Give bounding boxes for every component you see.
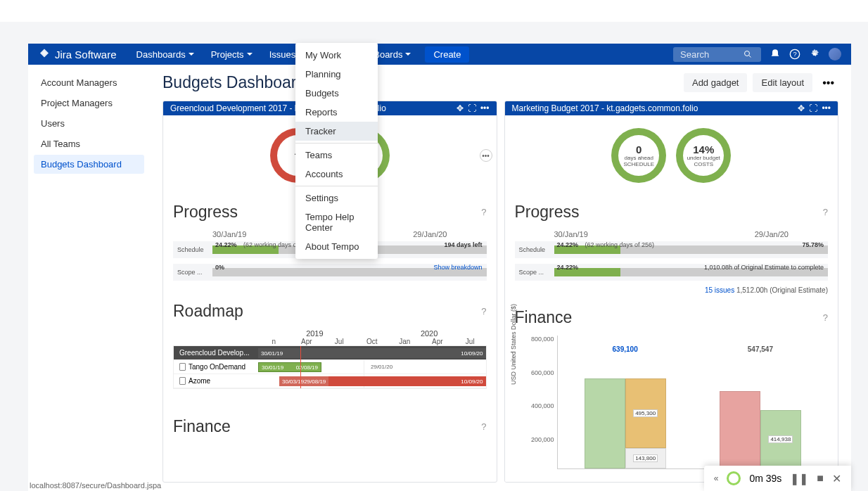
dd-budgets[interactable]: Budgets [295,84,378,103]
issues-link[interactable]: 15 issues [705,286,734,294]
progress-heading: Progress [515,203,580,222]
add-gadget-button[interactable]: Add gadget [684,73,748,92]
settings-icon[interactable] [809,49,820,60]
logo-text: Jira Software [55,49,117,60]
dd-settings[interactable]: Settings [295,189,378,208]
date-from: 30/Jan/19 [212,230,246,238]
dd-planning[interactable]: Planning [295,65,378,84]
jira-icon [38,48,51,60]
sidebar-users[interactable]: Users [34,114,144,133]
timer-text: 0m 39s [749,473,781,484]
finance-heading: Finance [173,417,231,436]
user-avatar[interactable] [829,48,841,60]
create-button[interactable]: Create [425,46,469,63]
dd-tracker[interactable]: Tracker [295,122,378,141]
dd-accounts[interactable]: Accounts [295,165,378,184]
dd-help[interactable]: Tempo Help Center [295,208,378,237]
status-bar: localhost:8087/secure/Dashboard.jspa [30,481,161,490]
help-icon[interactable]: ? [823,312,828,323]
sidebar-budgets-dashboard[interactable]: Budgets Dashboard [34,155,144,174]
rm-year: 2020 [372,329,487,338]
more-icon[interactable]: ••• [480,103,490,113]
help-icon[interactable]: ? [789,49,800,60]
help-icon[interactable]: ? [823,207,828,217]
sidebar-project-managers[interactable]: Project Managers [34,94,144,113]
rm-row-name: Azome [189,377,210,385]
collapse-icon[interactable]: « [714,473,719,483]
document-icon [179,377,186,385]
edit-layout-button[interactable]: Edit layout [753,73,812,92]
help-icon[interactable]: ? [481,306,486,317]
svg-text:?: ? [793,51,796,58]
dd-my-work[interactable]: My Work [295,46,378,65]
pause-icon[interactable]: ❚❚ [790,472,808,485]
page-title: Budgets Dashboard [162,73,305,92]
search-icon [743,50,752,58]
dd-teams[interactable]: Teams [295,146,378,165]
donut-schedule: 0 days aheadSCHEDULE [611,128,666,183]
sidebar: Account Managers Project Managers Users … [28,65,150,491]
nav-dashboards[interactable]: Dashboards [128,44,203,65]
notifications-icon[interactable] [770,49,781,60]
timer-ring-icon [727,471,741,485]
dd-about[interactable]: About Tempo [295,237,378,256]
roadmap: Greencloud Develop... 30/01/1910/09/20 T… [173,345,487,389]
help-icon[interactable]: ? [481,207,486,217]
jira-logo[interactable]: Jira Software [38,48,117,60]
roadmap-heading: Roadmap [173,302,243,321]
dd-reports[interactable]: Reports [295,103,378,122]
schedule-label: Schedule [173,246,212,253]
schedule-right: 194 days left [444,241,482,248]
top-nav: Jira Software Dashboards Projects Issues… [28,44,851,65]
rm-year: 2019 [257,329,372,338]
donut-more-icon[interactable]: ••• [480,149,492,162]
stop-icon[interactable]: ■ [817,472,824,485]
nav-projects[interactable]: Projects [203,44,261,65]
search-box[interactable] [673,47,761,62]
donut-costs: 14% under budgetCOSTS [676,128,731,183]
move-icon[interactable]: ✥ [798,103,805,113]
rm-row-name: Tango OnDemand [189,363,245,371]
sidebar-all-teams[interactable]: All Teams [34,134,144,153]
page-more-icon[interactable]: ••• [818,74,838,92]
gadget-title: Marketing Budget 2017 - kt.gadgets.commo… [512,103,698,113]
expand-icon[interactable]: ⛶ [809,103,817,113]
gadget-marketing: Marketing Budget 2017 - kt.gadgets.commo… [504,101,839,483]
show-breakdown-link[interactable]: Show breakdown [433,264,482,271]
svg-line-1 [749,56,751,58]
close-icon[interactable]: ✕ [832,472,841,485]
progress-heading: Progress [173,203,238,222]
scope-pct: 0% [215,264,224,271]
expand-icon[interactable]: ⛶ [468,103,476,113]
move-icon[interactable]: ✥ [457,103,464,113]
finance-heading: Finance [515,308,573,327]
document-icon [179,363,186,371]
scope-label: Scope ... [515,269,554,276]
schedule-pct: 24.22% [215,241,237,248]
sidebar-account-managers[interactable]: Account Managers [34,73,144,92]
scope-label: Scope ... [173,269,212,276]
finance-chart: USD United States Dollar ($) 800,000 600… [515,336,829,469]
search-input[interactable] [680,49,743,60]
svg-point-0 [745,51,750,56]
timer-widget: « 0m 39s ❚❚ ■ ✕ [704,466,851,491]
rm-row-name: Greencloud Develop... [174,349,258,357]
help-icon[interactable]: ? [481,421,486,432]
tempo-dropdown: My Work Planning Budgets Reports Tracker… [295,43,378,259]
more-icon[interactable]: ••• [822,103,831,113]
date-to: 29/Jan/20 [413,230,447,238]
schedule-label: Schedule [515,246,554,253]
